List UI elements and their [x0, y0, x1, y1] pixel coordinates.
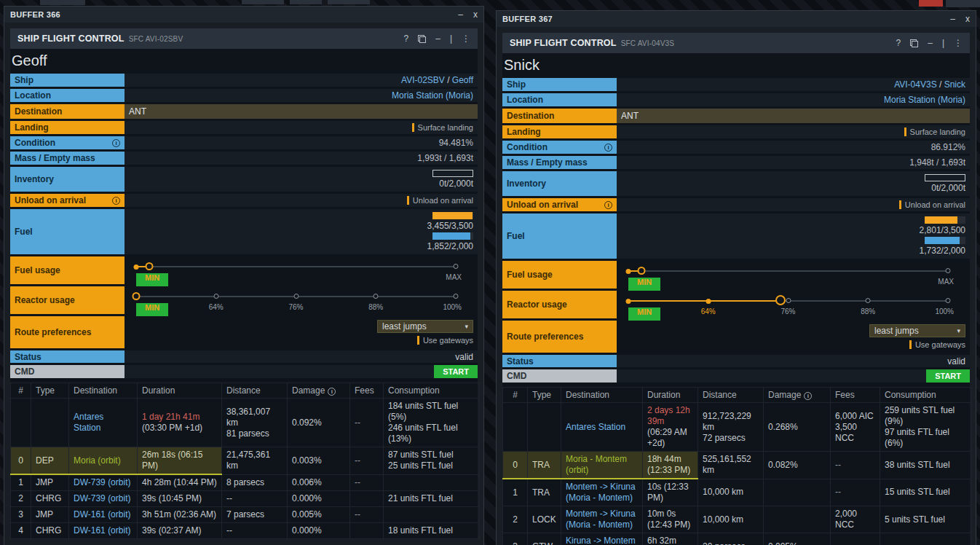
field-label-ship: Ship	[502, 78, 617, 91]
location-link[interactable]: Moria Station (Moria)	[884, 95, 965, 105]
col-header-destination: Destination	[69, 383, 138, 399]
stl-fuel-amount: 1,732/2,000	[920, 246, 965, 256]
cmd-value: START	[125, 365, 478, 378]
info-icon[interactable]: i	[804, 392, 812, 400]
slider-handle[interactable]	[133, 292, 141, 300]
help-icon[interactable]: ?	[404, 34, 409, 43]
route-preference-select[interactable]: least jumps ▾	[869, 324, 965, 337]
field-label-cmd: CMD	[502, 369, 617, 383]
field-row-landing: Landing Surface landing	[502, 125, 970, 138]
slider-tick-label: 100%	[935, 307, 954, 315]
inventory-bar	[925, 174, 965, 181]
destination-link[interactable]: Moria - Montem (orbit)	[566, 454, 627, 475]
destination-link[interactable]: DW-739 (orbit)	[74, 477, 130, 487]
collapse-icon[interactable]: –	[928, 39, 933, 47]
kebab-menu-icon[interactable]: ⋮	[954, 39, 963, 47]
route-preference-select[interactable]: least jumps ▾	[377, 320, 473, 333]
surface-landing-toggle[interactable]: Surface landing	[904, 128, 965, 136]
ship-value: AVI-04V3S / Snick	[617, 78, 970, 91]
slider-end-tick	[946, 268, 951, 273]
col-header-fees: Fees	[831, 388, 880, 403]
ship-code-link[interactable]: AVI-04V3S	[894, 79, 936, 90]
toggle-label: Surface landing	[418, 123, 473, 132]
copy-buffer-icon[interactable]	[910, 39, 918, 47]
unload-on-arrival-toggle[interactable]: Unload on arrival	[407, 196, 473, 205]
ship-name-link[interactable]: Snick	[944, 79, 965, 90]
occluded-tab-fragment	[290, 0, 322, 4]
destination-link[interactable]: Moria (orbit)	[74, 455, 121, 466]
field-row-condition: Condition i 86.912%	[502, 141, 970, 154]
surface-landing-toggle[interactable]: Surface landing	[412, 123, 473, 132]
unload-label-text: Unload on arrival	[507, 200, 578, 210]
col-header-num: #	[503, 388, 528, 403]
slider-handle[interactable]	[145, 262, 153, 270]
field-label-route: Route preferences	[502, 321, 617, 353]
ship-code-link[interactable]: AVI-02SBV	[401, 75, 445, 85]
kebab-menu-icon[interactable]: ⋮	[462, 34, 470, 43]
mass-value: 1,993t / 1,693t	[125, 152, 478, 165]
info-icon[interactable]: i	[112, 139, 120, 147]
field-label-fuel: Fuel	[502, 213, 617, 259]
destination-link[interactable]: DW-739 (orbit)	[74, 493, 130, 503]
field-label-inventory: Inventory	[10, 167, 125, 192]
col-header-consumption: Consumption	[880, 388, 972, 403]
window-close-button[interactable]: x	[473, 10, 478, 19]
fuel-value: 3,455/3,500 1,852/2,000	[125, 209, 478, 254]
destination-link[interactable]: DW-161 (orbit)	[74, 525, 130, 536]
start-button[interactable]: START	[926, 369, 970, 383]
field-row-condition: Condition i 94.481%	[10, 136, 478, 149]
info-icon[interactable]: i	[604, 144, 612, 152]
field-row-location: Location Moria Station (Moria)	[10, 89, 478, 102]
field-label-destination: Destination	[502, 109, 617, 123]
slider-handle[interactable]	[775, 295, 786, 305]
inventory-value: 0t/2,000t	[617, 171, 970, 196]
info-icon[interactable]: i	[604, 201, 612, 209]
window-minimize-button[interactable]: –	[950, 15, 955, 23]
help-icon[interactable]: ?	[896, 39, 901, 47]
slider-tick-label: 76%	[288, 303, 303, 311]
route-segment-row-active: 0 DEP Moria (orbit) 26m 18s (06:15 PM) 2…	[11, 447, 480, 475]
slider-fill	[628, 300, 781, 302]
field-row-ship: Ship AVI-04V3S / Snick	[502, 78, 970, 91]
copy-buffer-icon[interactable]	[418, 35, 426, 43]
field-label-destination: Destination	[10, 104, 125, 119]
landing-value: Surface landing	[125, 121, 478, 134]
info-icon[interactable]: i	[112, 197, 120, 205]
window-close-button[interactable]: x	[965, 15, 970, 23]
col-header-type: Type	[528, 388, 561, 403]
location-link[interactable]: Moria Station (Moria)	[392, 90, 473, 101]
slider-track	[136, 266, 456, 267]
divider-icon: |	[942, 39, 944, 47]
field-label-landing: Landing	[10, 121, 125, 134]
start-button[interactable]: START	[434, 365, 478, 378]
slider-handle[interactable]	[637, 267, 645, 275]
destination-link[interactable]: Montem -> Kiruna (Moria - Montem)	[566, 509, 636, 530]
field-label-location: Location	[10, 89, 125, 102]
unload-on-arrival-toggle[interactable]: Unload on arrival	[899, 200, 965, 209]
unload-value: Unload on arrival	[617, 198, 970, 211]
field-label-landing: Landing	[502, 125, 617, 138]
slider-min-label: MIN	[136, 273, 168, 286]
toggle-indicator	[407, 196, 409, 205]
collapse-icon[interactable]: –	[435, 34, 440, 43]
info-icon[interactable]: i	[328, 388, 336, 396]
destination-link[interactable]: Antares Station	[566, 422, 625, 432]
window-minimize-button[interactable]: –	[458, 10, 463, 19]
toggle-indicator	[909, 340, 912, 349]
window-titlebar[interactable]: BUFFER 366 – x	[4, 7, 483, 23]
toggle-label: Use gateways	[915, 340, 965, 349]
use-gateways-toggle[interactable]: Use gateways	[909, 340, 965, 349]
destination-link[interactable]: DW-161 (orbit)	[74, 509, 130, 519]
destination-input[interactable]: ANT	[617, 109, 970, 123]
field-row-route: Route preferences least jumps ▾ Use gate…	[10, 316, 478, 348]
destination-input[interactable]: ANT	[125, 104, 478, 119]
use-gateways-toggle[interactable]: Use gateways	[417, 336, 473, 345]
destination-link[interactable]: Antares Station	[74, 412, 103, 433]
window-titlebar[interactable]: BUFFER 367 – x	[497, 11, 976, 27]
field-row-location: Location Moria Station (Moria)	[502, 93, 970, 106]
cmd-value: START	[617, 369, 970, 383]
destination-link[interactable]: Montem -> Kiruna (Moria - Montem)	[566, 482, 636, 503]
field-label-mass: Mass / Empty mass	[10, 152, 125, 165]
ship-name-link[interactable]: Geoff	[452, 75, 473, 85]
destination-link[interactable]: Kiruna -> Montem (Nova -	[566, 536, 636, 545]
